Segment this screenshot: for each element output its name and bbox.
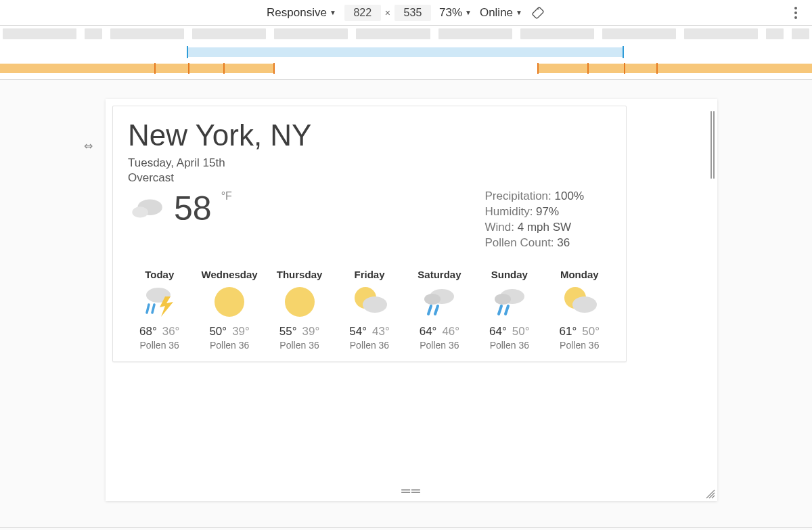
ruler-segment [110, 28, 184, 39]
pollen-label: Pollen Count: [485, 236, 558, 249]
dot-icon [794, 12, 797, 14]
forecast-high: 61° [560, 325, 577, 338]
ruler-segment [192, 28, 266, 39]
forecast-day-name: Saturday [408, 269, 471, 280]
temp-unit: °F [221, 190, 232, 202]
forecast-day: Thursday55°39°Pollen 36 [268, 269, 331, 351]
overcast-icon [128, 192, 167, 225]
throttling-dropdown[interactable]: Online ▼ [480, 6, 522, 20]
chevron-down-icon: ▼ [516, 9, 522, 16]
media-query-bar-min[interactable] [537, 64, 812, 73]
throttling-label: Online [480, 6, 513, 20]
media-query-bar-max[interactable] [188, 47, 624, 57]
forecast-day: Saturday64°46°Pollen 36 [408, 269, 471, 351]
media-query-tick [188, 63, 189, 74]
forecast-day: Sunday64°50°Pollen 36 [478, 269, 541, 351]
forecast-day-name: Friday [338, 269, 401, 280]
forecast-high: 54° [349, 325, 367, 338]
forecast-pollen: Pollen 36 [548, 340, 611, 351]
ruler-segment [766, 28, 784, 39]
forecast-day-name: Sunday [478, 269, 541, 280]
forecast-day-name: Thursday [268, 269, 331, 280]
forecast-pollen: Pollen 36 [478, 340, 541, 351]
device-stage: ⇔ ══ New York, NY Tuesday, April 15th Ov… [0, 80, 812, 530]
media-query-tick [223, 63, 225, 74]
dot-icon [794, 16, 797, 19]
forecast-low: 50° [582, 325, 600, 338]
forecast-high: 50° [209, 325, 227, 338]
media-query-bar-min[interactable] [0, 64, 275, 73]
ruler-segment [438, 28, 512, 39]
storm-icon [128, 284, 191, 319]
viewport-width-input[interactable] [344, 5, 381, 21]
media-query-tick [537, 63, 539, 74]
city-title: New York, NY [128, 118, 611, 152]
humidity-value: 97% [536, 205, 559, 218]
chevron-down-icon: ▼ [330, 9, 336, 16]
media-query-tick [623, 46, 624, 58]
media-query-tick [656, 63, 658, 74]
forecast-day: Wednesday50°39°Pollen 36 [198, 269, 261, 351]
resize-horizontal-icon[interactable]: ⇔ [84, 139, 93, 152]
media-query-tick [273, 63, 275, 74]
wind-label: Wind: [485, 221, 518, 234]
resize-handle-corner[interactable] [705, 489, 716, 500]
ruler-segment [85, 28, 102, 39]
partly-sun-icon [338, 284, 401, 319]
dimensions-group: × [344, 5, 431, 21]
ruler-segment [684, 28, 758, 39]
rotate-button[interactable] [531, 5, 545, 20]
media-query-tick [154, 63, 156, 74]
wind-value: 4 mph SW [518, 221, 571, 234]
ruler-segment [274, 28, 348, 39]
humidity-label: Humidity: [485, 205, 537, 218]
forecast-high: 68° [139, 325, 157, 338]
forecast-day-name: Today [128, 269, 191, 280]
ruler-segment [520, 28, 594, 39]
precip-value: 100% [555, 190, 584, 202]
current-temp: 58 [174, 189, 212, 228]
weather-meta: Precipitation: 100% Humidity: 97% Wind: … [485, 189, 611, 251]
viewport-height-input[interactable] [394, 5, 431, 21]
forecast-low: 46° [442, 325, 459, 338]
rain-cloud-icon [408, 284, 471, 319]
partly-sun-icon [548, 284, 611, 319]
condition-line: Overcast [128, 171, 611, 185]
device-preset-dropdown[interactable]: Responsive ▼ [267, 6, 336, 20]
forecast-pollen: Pollen 36 [268, 340, 331, 351]
zoom-label: 73% [439, 6, 462, 20]
sun-icon [268, 284, 331, 319]
current-conditions: 58 °F Precipitation: 100% Humidity: 97% … [128, 189, 611, 251]
devtools-device-mode: Responsive ▼ × 73% ▼ Online ▼ [0, 0, 812, 530]
dimension-separator: × [385, 7, 390, 18]
forecast-low: 39° [302, 325, 320, 338]
rain-cloud-icon [478, 284, 541, 319]
resize-handle-bottom[interactable]: ══ [401, 484, 422, 498]
svg-point-3 [132, 206, 148, 217]
forecast-pollen: Pollen 36 [128, 340, 191, 351]
ruler-segment [356, 28, 430, 39]
more-options-button[interactable] [789, 5, 803, 20]
pollen-value: 36 [557, 236, 570, 249]
forecast-low: 39° [232, 325, 250, 338]
panel-divider[interactable] [0, 527, 812, 530]
date-line: Tuesday, April 15th [128, 156, 611, 170]
forecast-high: 64° [489, 325, 507, 338]
media-query-tick [624, 63, 625, 74]
device-preset-label: Responsive [267, 6, 327, 20]
forecast-day-name: Wednesday [198, 269, 261, 280]
sun-icon [198, 284, 261, 319]
media-query-bars [0, 43, 812, 80]
dot-icon [794, 7, 797, 9]
width-ruler [0, 26, 812, 42]
scrollbar-vertical[interactable] [710, 111, 716, 179]
forecast-low: 43° [372, 325, 390, 338]
forecast-low: 36° [162, 325, 180, 338]
forecast-row: Today68°36°Pollen 36Wednesday50°39°Polle… [128, 269, 611, 351]
device-toolbar: Responsive ▼ × 73% ▼ Online ▼ [0, 0, 812, 26]
forecast-pollen: Pollen 36 [408, 340, 471, 351]
rotate-icon [531, 6, 545, 20]
chevron-down-icon: ▼ [465, 9, 472, 16]
ruler-segment [3, 28, 76, 39]
zoom-dropdown[interactable]: 73% ▼ [439, 6, 472, 20]
